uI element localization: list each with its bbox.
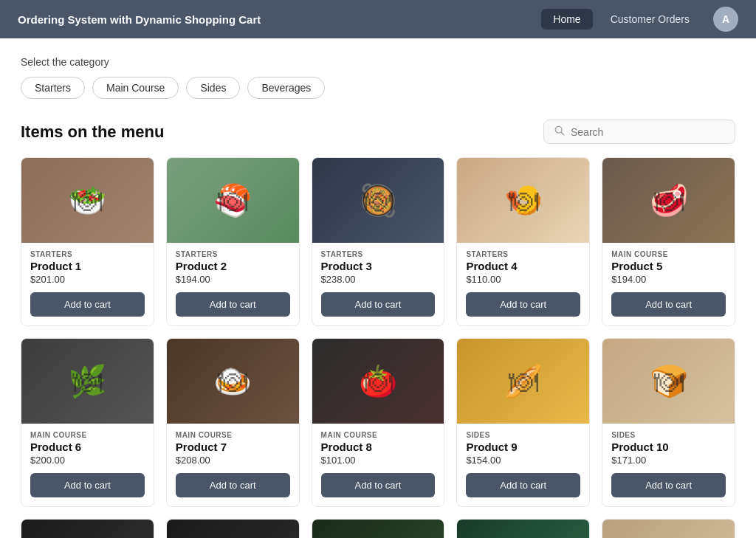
add-to-cart-btn-9[interactable]: Add to cart <box>466 473 580 497</box>
product-image-8: 🍅 <box>312 339 444 424</box>
product-card-3: 🥘 STARTERS Product 3 $238.00 Add to cart <box>312 157 445 326</box>
product-name-6: Product 6 <box>30 441 145 453</box>
product-name-1: Product 1 <box>30 260 145 272</box>
items-title: Items on the menu <box>21 123 164 142</box>
product-info-6: MAIN COURSE Product 6 $200.00 Add to car… <box>21 424 154 506</box>
product-image-3: 🥘 <box>312 158 444 243</box>
product-info-1: STARTERS Product 1 $201.00 Add to cart <box>21 243 154 325</box>
product-category-7: MAIN COURSE <box>176 431 290 439</box>
product-image-12: 🥘 <box>167 520 299 538</box>
product-name-5: Product 5 <box>611 260 726 272</box>
nav-customer-orders[interactable]: Customer Orders <box>599 9 701 30</box>
product-image-13: 🍹 <box>312 520 444 538</box>
product-category-10: SIDES <box>611 431 726 439</box>
product-grid: 🥗 STARTERS Product 1 $201.00 Add to cart… <box>21 157 735 538</box>
product-category-1: STARTERS <box>30 250 145 258</box>
product-price-4: $110.00 <box>466 274 580 285</box>
filter-main-course[interactable]: Main Course <box>92 77 179 99</box>
product-category-2: STARTERS <box>176 250 290 258</box>
product-name-10: Product 10 <box>611 441 726 453</box>
product-price-9: $154.00 <box>466 455 580 466</box>
product-image-4: 🍤 <box>457 158 589 243</box>
product-image-9: 🥖 <box>457 339 589 424</box>
product-card-15: 🧆 SIDES Product 15 $95.00 Add to cart <box>602 519 735 538</box>
product-card-2: 🍣 STARTERS Product 2 $194.00 Add to cart <box>166 157 300 326</box>
product-price-5: $194.00 <box>611 274 726 285</box>
product-price-2: $194.00 <box>176 274 290 285</box>
product-image-11: 🍽 <box>21 520 154 538</box>
product-image-6: 🌿 <box>21 339 154 424</box>
product-name-9: Product 9 <box>466 441 580 453</box>
product-card-9: 🥖 SIDES Product 9 $154.00 Add to cart <box>456 338 590 507</box>
app-title: Ordering System with Dynamic Shopping Ca… <box>18 13 541 26</box>
product-category-9: SIDES <box>466 431 580 439</box>
product-category-5: MAIN COURSE <box>611 250 726 258</box>
search-box <box>543 120 735 144</box>
add-to-cart-btn-5[interactable]: Add to cart <box>611 292 726 317</box>
product-image-10: 🍞 <box>602 339 735 424</box>
product-info-8: MAIN COURSE Product 8 $101.00 Add to car… <box>312 424 444 506</box>
product-image-15: 🧆 <box>602 520 735 538</box>
product-info-4: STARTERS Product 4 $110.00 Add to cart <box>457 243 589 325</box>
add-to-cart-btn-4[interactable]: Add to cart <box>466 292 580 317</box>
product-info-10: SIDES Product 10 $171.00 Add to cart <box>602 424 735 506</box>
product-card-5: 🥩 MAIN COURSE Product 5 $194.00 Add to c… <box>602 157 735 326</box>
add-to-cart-btn-8[interactable]: Add to cart <box>321 473 436 497</box>
product-card-12: 🥘 MAIN COURSE Product 12 $185.00 Add to … <box>166 519 300 538</box>
product-info-5: MAIN COURSE Product 5 $194.00 Add to car… <box>602 243 735 325</box>
product-name-8: Product 8 <box>321 441 436 453</box>
product-image-2: 🍣 <box>167 158 299 243</box>
search-input[interactable] <box>571 126 724 138</box>
product-price-8: $101.00 <box>321 455 436 466</box>
add-to-cart-btn-2[interactable]: Add to cart <box>176 292 290 317</box>
add-to-cart-btn-7[interactable]: Add to cart <box>176 473 290 497</box>
page-content: Select the category Starters Main Course… <box>0 38 756 538</box>
nav-links: Home Customer Orders <box>541 9 701 30</box>
product-name-2: Product 2 <box>176 260 290 272</box>
add-to-cart-btn-1[interactable]: Add to cart <box>30 292 145 317</box>
product-card-10: 🍞 SIDES Product 10 $171.00 Add to cart <box>602 338 735 507</box>
product-price-6: $200.00 <box>30 455 145 466</box>
product-image-14: 🍵 <box>457 520 589 538</box>
product-price-10: $171.00 <box>611 455 726 466</box>
product-category-4: STARTERS <box>466 250 580 258</box>
svg-line-1 <box>561 132 564 135</box>
product-name-3: Product 3 <box>321 260 436 272</box>
avatar[interactable]: A <box>713 7 738 32</box>
product-info-9: SIDES Product 9 $154.00 Add to cart <box>457 424 589 506</box>
navbar: Ordering System with Dynamic Shopping Ca… <box>0 0 756 38</box>
search-icon <box>554 125 565 138</box>
product-price-7: $208.00 <box>176 455 290 466</box>
product-image-1: 🥗 <box>21 158 154 243</box>
nav-home[interactable]: Home <box>541 9 592 30</box>
product-price-3: $238.00 <box>321 274 436 285</box>
filter-starters[interactable]: Starters <box>21 77 85 99</box>
product-category-6: MAIN COURSE <box>30 431 145 439</box>
product-name-4: Product 4 <box>466 260 580 272</box>
product-category-3: STARTERS <box>321 250 436 258</box>
product-category-8: MAIN COURSE <box>321 431 436 439</box>
add-to-cart-btn-6[interactable]: Add to cart <box>30 473 145 497</box>
product-info-2: STARTERS Product 2 $194.00 Add to cart <box>167 243 299 325</box>
product-image-5: 🥩 <box>602 158 735 243</box>
items-header: Items on the menu <box>21 120 735 144</box>
product-card-6: 🌿 MAIN COURSE Product 6 $200.00 Add to c… <box>21 338 154 507</box>
add-to-cart-btn-10[interactable]: Add to cart <box>611 473 726 497</box>
product-image-7: 🍛 <box>167 339 299 424</box>
filter-sides[interactable]: Sides <box>186 77 240 99</box>
product-card-14: 🍵 BEVERAGES Product 14 $55.00 Add to car… <box>456 519 590 538</box>
product-card-13: 🍹 BEVERAGES Product 13 $45.00 Add to car… <box>312 519 445 538</box>
product-price-1: $201.00 <box>30 274 145 285</box>
product-card-4: 🍤 STARTERS Product 4 $110.00 Add to cart <box>456 157 590 326</box>
category-label: Select the category <box>21 56 735 68</box>
product-info-3: STARTERS Product 3 $238.00 Add to cart <box>312 243 444 325</box>
product-card-8: 🍅 MAIN COURSE Product 8 $101.00 Add to c… <box>312 338 445 507</box>
product-name-7: Product 7 <box>176 441 290 453</box>
product-card-11: 🍽 SIDES Product 11 $120.00 Add to cart <box>21 519 154 538</box>
product-card-7: 🍛 MAIN COURSE Product 7 $208.00 Add to c… <box>166 338 300 507</box>
filter-beverages[interactable]: Beverages <box>247 77 325 99</box>
product-card-1: 🥗 STARTERS Product 1 $201.00 Add to cart <box>21 157 154 326</box>
add-to-cart-btn-3[interactable]: Add to cart <box>321 292 436 317</box>
product-info-7: MAIN COURSE Product 7 $208.00 Add to car… <box>167 424 299 506</box>
category-filters: Starters Main Course Sides Beverages <box>21 77 735 99</box>
